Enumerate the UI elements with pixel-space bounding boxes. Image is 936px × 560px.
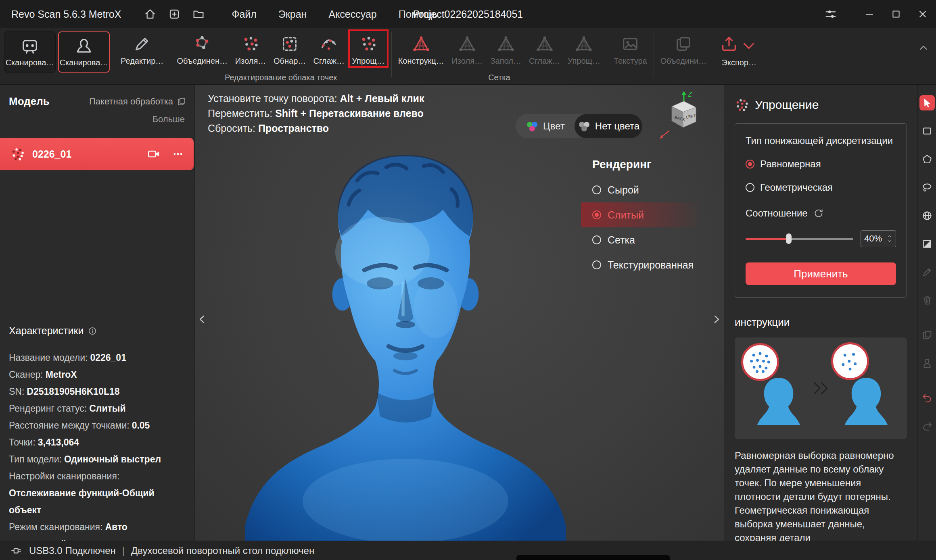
rendering-title: Рендеринг: [592, 158, 702, 171]
color-toggle[interactable]: Цвет Нет цвета: [516, 114, 642, 138]
model-name: 0226_01: [32, 148, 71, 160]
invert-selection-button[interactable]: [919, 236, 935, 252]
scan-button[interactable]: Сканирова…: [4, 31, 56, 73]
more-options-icon[interactable]: [172, 148, 184, 160]
spinner-up-icon[interactable]: [887, 234, 892, 238]
smooth-curve-icon: [320, 35, 338, 53]
downsample-settings-box: Тип понижающей дискретизации Равномерная…: [735, 123, 907, 298]
titlebar: Revo Scan 5.6.3 MetroX Файл Экран Аксесс…: [0, 0, 936, 28]
export-button[interactable]: Экспор…: [717, 31, 760, 72]
smooth-mesh-button: Сглаж…: [526, 31, 563, 72]
bust-before-icon: [748, 374, 809, 434]
collapse-right-panel-arrow[interactable]: [710, 307, 722, 331]
main-toolbar: Сканирова… Сканирова… Редактир…: [0, 28, 936, 85]
option-uniform-label: Равномерная: [760, 158, 821, 170]
tab-batch-processing[interactable]: Пакетная обработка: [89, 96, 186, 107]
menu-screen[interactable]: Экран: [278, 8, 307, 20]
rendering-option-label: Сетка: [608, 234, 635, 246]
usb-plug-icon: [10, 545, 23, 557]
video-preview-icon[interactable]: [147, 147, 161, 161]
toolbar-divider: [170, 32, 170, 77]
construct-mesh-button[interactable]: Конструкц…: [396, 31, 447, 72]
undo-button[interactable]: [919, 390, 935, 406]
select-tool-button[interactable]: [919, 95, 935, 110]
characteristics-section: Характеристики Название модели:0226_01 С…: [9, 325, 187, 552]
chevron-down-icon[interactable]: [740, 36, 758, 55]
rendering-option-fused[interactable]: Слитый: [581, 202, 702, 227]
rendering-option-raw[interactable]: Сырой: [581, 177, 702, 202]
scan-group: Сканирова… Сканирова…: [4, 31, 110, 73]
ratio-slider[interactable]: [746, 233, 853, 244]
undo-arrow-icon: [921, 392, 933, 404]
color-dots-icon: [525, 121, 539, 132]
info-icon[interactable]: [88, 326, 97, 336]
close-button[interactable]: [909, 0, 936, 28]
prop-render-status: Рендеринг статус:Слитый: [9, 400, 187, 417]
spinner-down-icon[interactable]: [887, 239, 892, 243]
maximize-button[interactable]: [883, 0, 909, 28]
isolate-points-button[interactable]: Изоля…: [232, 31, 269, 72]
pointcloud-dots-icon: [10, 147, 25, 161]
rectangle-select-button[interactable]: [919, 123, 935, 139]
new-project-icon[interactable]: [168, 8, 181, 21]
menu-accessory[interactable]: Аксессуар: [328, 8, 376, 20]
smooth-points-button[interactable]: Сглаж…: [311, 31, 347, 72]
toolbar-collapse-icon[interactable]: [917, 42, 930, 54]
settings-sliders-icon[interactable]: [824, 7, 838, 21]
model-3d-bust[interactable]: [224, 138, 587, 541]
menu-file[interactable]: Файл: [232, 8, 256, 20]
prop-scanner: Сканер:MetroX: [9, 366, 187, 383]
isolate-mesh-button: Изоля…: [449, 31, 485, 72]
sphere-select-button[interactable]: [919, 208, 935, 223]
texture-image-icon: [621, 35, 639, 53]
option-uniform[interactable]: Равномерная: [746, 158, 896, 170]
rendering-option-textured[interactable]: Текстурированная: [581, 252, 702, 277]
minimize-button[interactable]: [856, 0, 883, 28]
ratio-value: 40%: [864, 233, 882, 244]
duplicate-button: [919, 327, 935, 343]
divider: [9, 344, 187, 344]
half-square-icon: [921, 238, 933, 250]
redo-button: [919, 418, 935, 434]
scanner-icon: [20, 37, 40, 56]
viewport-3d[interactable]: Установите точку поворота: Alt + Левый к…: [195, 85, 724, 541]
option-geometric[interactable]: Геометрическая: [746, 182, 896, 193]
color-toggle-option-color[interactable]: Цвет: [516, 121, 575, 132]
more-link[interactable]: Больше: [0, 108, 194, 125]
delete-selection-button: [919, 293, 935, 308]
scan-history-button[interactable]: Сканирова…: [58, 31, 110, 73]
polygon-icon: [921, 154, 933, 165]
tab-model[interactable]: Модель: [9, 95, 50, 108]
refresh-icon[interactable]: [813, 208, 824, 219]
ratio-value-spinner[interactable]: 40%: [861, 230, 896, 247]
revo-scan-window: Revo Scan 5.6.3 MetroX Файл Экран Аксесс…: [0, 0, 936, 560]
merge-pointcloud-label: Объединен…: [177, 56, 228, 66]
detect-overlap-button[interactable]: Обнар…: [271, 31, 308, 72]
polygon-select-button[interactable]: [919, 152, 935, 167]
merge-pointcloud-button[interactable]: Объединен…: [174, 31, 230, 72]
model-list-item[interactable]: 0226_01: [0, 138, 194, 170]
color-toggle-option-no-color[interactable]: Нет цвета: [575, 114, 642, 138]
collapse-left-panel-arrow[interactable]: [196, 307, 209, 331]
toolbar-divider: [391, 32, 392, 77]
rendering-option-mesh[interactable]: Сетка: [581, 227, 702, 252]
navigation-cube[interactable]: Z BACK LEFT: [652, 90, 706, 143]
option-geometric-label: Геометрическая: [760, 182, 833, 193]
slider-track: [789, 238, 853, 240]
apply-button[interactable]: Применить: [746, 262, 896, 285]
merge-models-label: Объедини…: [660, 56, 707, 66]
prop-points: Точки:3,413,064: [9, 434, 187, 451]
slider-handle[interactable]: [786, 233, 792, 244]
redo-arrow-icon: [921, 421, 933, 432]
edit-button[interactable]: Редактир…: [118, 31, 166, 72]
open-project-icon[interactable]: [192, 8, 205, 21]
instructions-title: инструкции: [735, 316, 907, 329]
mesh-caption: Сетка: [488, 73, 510, 83]
simplify-points-button[interactable]: Упрощ…: [349, 31, 387, 72]
hint-move: Переместить: Shift + Перетаскивание влев…: [208, 106, 424, 121]
sparse-points-magnifier: [831, 342, 869, 380]
color-toggle-no-color-label: Нет цвета: [595, 121, 639, 132]
lasso-select-button[interactable]: [919, 180, 935, 195]
app-title: Revo Scan 5.6.3 MetroX: [11, 8, 121, 20]
home-icon[interactable]: [144, 8, 157, 21]
